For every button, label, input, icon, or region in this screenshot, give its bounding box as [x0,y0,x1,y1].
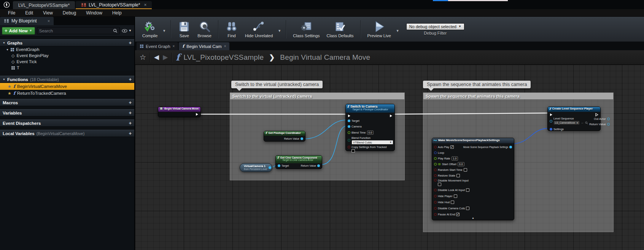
search-input[interactable]: Search [37,27,120,34]
exec-out-pin[interactable] [390,114,393,118]
tree-item-event-tick[interactable]: ◇ Event Tick [0,59,134,65]
auto-play-pin[interactable] [434,146,437,148]
settings-out-pin[interactable] [509,146,512,148]
view-options-button[interactable]: ▼ [122,29,132,33]
node-switch-to-camera[interactable]: f Switch to Camera Target is Pixotope Co… [345,104,395,151]
hide-player-checkbox[interactable] [454,194,457,198]
pause-at-end-checkbox[interactable] [456,213,460,216]
node-get-pixotope-coordinator[interactable]: f Get Pixotope Coordinator Return Value [264,131,305,142]
breadcrumb-current[interactable]: Begin Virtual Camera Move [280,53,370,62]
tab-event-graph[interactable]: Event Graph × [137,42,178,50]
level-sequence-pin[interactable] [550,120,552,123]
return-value-pin[interactable] [317,164,320,167]
random-start-time-pin[interactable] [434,169,437,171]
object-out-pin[interactable] [269,166,271,169]
start-offset-input[interactable]: 0.0 [458,162,464,166]
copy-settings-checkbox[interactable] [351,149,355,153]
exec-out-pin[interactable] [595,113,598,116]
section-graphs[interactable]: ▼ Graphs + [0,39,134,46]
section-functions[interactable]: ▼ Functions (18 Overridable) + [0,76,134,83]
tab-begin-virtual-camera[interactable]: f Begin Virtual Cam × [179,42,229,50]
return-value-pin[interactable] [607,123,610,126]
menu-view[interactable]: View [38,9,58,16]
tree-item-event-beginplay[interactable]: ◇ Event BeginPlay [0,53,134,59]
section-macros[interactable]: Macros + [0,99,134,106]
graph-canvas[interactable]: Switch to the virtual (untracked) camera… [135,65,644,250]
menu-edit[interactable]: Edit [20,9,38,16]
level-sequence-dropdown[interactable]: LS_CameraMove ▼ [553,121,580,125]
start-offset-pin[interactable] [434,163,437,166]
pause-at-end-pin[interactable] [434,213,437,216]
random-start-time-checkbox[interactable] [464,168,467,172]
window-tab-blueprint[interactable]: LVL_PixotopeVSSample* × [76,1,152,9]
compile-button[interactable]: Compile [139,19,161,39]
blend-function-dropdown[interactable]: VTBlend Cubic ▼ [351,140,393,145]
target-pin[interactable] [278,164,280,167]
blend-function-pin[interactable] [348,139,350,142]
add-function-button[interactable]: + [129,76,132,82]
hide-player-pin[interactable] [434,195,437,197]
play-rate-pin[interactable] [434,157,437,160]
section-event-dispatchers[interactable]: Event Dispatchers + [0,119,134,127]
hide-unrelated-options-caret-icon[interactable]: ▼ [276,29,283,33]
restore-state-pin[interactable] [434,174,437,177]
add-graph-button[interactable]: + [129,40,132,46]
copy-settings-pin[interactable] [348,146,350,148]
add-new-button[interactable]: + Add New ▼ [2,27,35,35]
auto-play-checkbox[interactable] [450,145,454,149]
exec-in-pin[interactable] [550,113,553,116]
close-icon[interactable]: × [144,2,146,8]
add-variable-button[interactable]: + [129,110,132,116]
collapse-node-arrow-icon[interactable]: ▲ [472,217,474,219]
browse-to-asset-icon[interactable] [585,121,588,124]
hide-unrelated-button[interactable]: Hide Unrelated [242,19,276,39]
section-variables[interactable]: Variables + [0,109,134,116]
menu-file[interactable]: File [3,9,20,16]
compile-options-caret-icon[interactable]: ▼ [161,29,167,33]
tree-item-t[interactable]: T [0,65,134,71]
favorite-star-icon[interactable]: ☆ [140,53,146,62]
unreal-logo-icon[interactable] [0,0,13,9]
function-item-beginvirtualcameramove[interactable]: ★ f BeginVirtualCameraMove [0,83,134,90]
class-settings-button[interactable]: Class Settings [289,19,323,39]
tree-item-eventgraph[interactable]: ▼ EventGraph [0,46,134,53]
hide-hud-checkbox[interactable] [451,201,454,204]
browse-button[interactable]: Browse [194,19,215,39]
blend-time-pin[interactable] [348,131,350,134]
preview-live-button[interactable]: Preview Live [364,19,394,39]
hide-hud-pin[interactable] [434,201,437,204]
node-get-cine-camera-component[interactable]: f Get Cine Camera Component Target is Ci… [275,155,322,169]
breadcrumb-root[interactable]: LVL_PixotopeVSSample [184,53,264,62]
blend-time-input[interactable]: 0.0 [367,131,374,135]
debug-object-dropdown[interactable]: No debug object selected ▼ [406,23,464,30]
function-item-returntotrackedcamera[interactable]: ★ f ReturnToTrackedCamera [0,90,134,97]
camera-pin[interactable] [348,125,350,128]
find-button[interactable]: Find [222,19,242,39]
section-local-variables[interactable]: Local Variables (BeginVirtualCameraMove)… [0,130,134,137]
use-selected-arrow-icon[interactable]: ← [581,121,584,124]
close-icon[interactable]: × [48,19,50,23]
disable-movement-input-checkbox[interactable] [438,183,441,186]
collapse-triangle-icon[interactable]: ▼ [6,48,9,51]
add-event-dispatcher-button[interactable]: + [129,120,132,126]
out-actor-pin[interactable] [607,118,610,120]
disable-look-at-input-pin[interactable] [434,189,437,191]
play-rate-input[interactable]: 1.0 [452,156,458,161]
return-value-pin[interactable] [301,137,303,140]
preview-live-options-caret-icon[interactable]: ▼ [394,29,401,33]
node-virtualcamera-1[interactable]: VirtualCamera 1 from Persistent Level [240,163,272,172]
disable-look-at-input-checkbox[interactable] [466,188,469,192]
disable-camera-cuts-checkbox[interactable] [466,207,469,210]
save-button[interactable]: Save [174,19,194,39]
close-icon[interactable]: × [224,44,226,48]
collapse-triangle-icon[interactable]: ▼ [3,41,5,44]
nav-forward-icon[interactable]: ▶ [163,53,168,61]
node-begin-virtual-camera-move[interactable]: Begin Virtual Camera Move [158,107,201,117]
class-defaults-button[interactable]: Class Defaults [323,19,357,39]
node-create-level-sequence-player[interactable]: f Create Level Sequence Player Level Seq… [547,107,601,131]
restore-state-checkbox[interactable] [456,174,460,177]
exec-in-pin[interactable] [348,114,351,118]
close-icon[interactable]: × [173,44,175,48]
exec-out-pin[interactable] [196,113,199,116]
nav-back-icon[interactable]: ◀ [154,53,159,61]
